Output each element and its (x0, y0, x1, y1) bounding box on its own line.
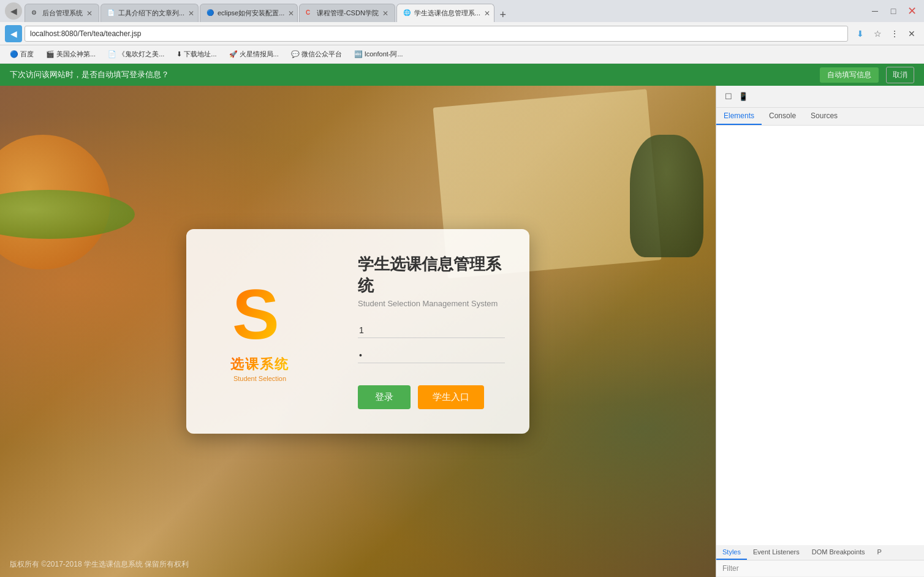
download-icon-button[interactable]: ⬇ (853, 26, 868, 41)
tab-5[interactable]: 🌐 学生选课信息管理系... ✕ (396, 4, 494, 22)
logo-s-graphic: S (229, 281, 290, 348)
tab-label-2: 工具介绍下的文章列... (118, 9, 184, 18)
bookmark-3[interactable]: 📄 《鬼吹灯之美... (103, 48, 169, 60)
tab-favicon-2: 📄 (107, 9, 116, 18)
title-bar: ◀ ⚙ 后台管理系统 ✕ 📄 工具介绍下的文章列... ✕ 🔵 eclipse如… (0, 0, 924, 22)
settings-button[interactable]: ⋮ (887, 26, 902, 41)
tab-close-5[interactable]: ✕ (484, 9, 490, 18)
devtools-tab-elements[interactable]: Elements (716, 108, 762, 125)
devtools-panel: ☐ 📱 Elements Console Sources Styles Even… (716, 86, 924, 577)
tab-close-3[interactable]: ✕ (288, 9, 294, 18)
page-content: S 选课系统 Student Selection 学生选课信息管理系统 Stud… (0, 86, 716, 577)
username-field (358, 323, 505, 338)
login-form-section: 学生选课信息管理系统 Student Selection Management … (358, 254, 505, 409)
bg-plant-decoration (630, 135, 703, 257)
bookmark-label-3: 《鬼吹灯之美... (118, 50, 164, 59)
bookmarks-bar: 🔵 百度 🎬 美国众神第... 📄 《鬼吹灯之美... ⬇ 下载地址... 🚀 … (0, 45, 924, 64)
bookmark-label-5: 火星情报局... (240, 50, 279, 59)
login-logo-section: S 选课系统 Student Selection (211, 254, 309, 409)
logo-english-text: Student Selection (233, 375, 286, 382)
autofill-bar: 下次访问该网站时，是否自动填写登录信息？ 自动填写信息 取消 (0, 64, 924, 86)
bookmark-icon-5: 🚀 (229, 50, 238, 58)
password-input[interactable] (358, 348, 505, 363)
footer-text: 版权所有 ©2017-2018 学生选课信息系统 保留所有权利 (10, 560, 189, 568)
system-title-chinese: 学生选课信息管理系统 (358, 254, 505, 296)
tab-close-1[interactable]: ✕ (86, 9, 93, 18)
devtools-bottom-tab-dom[interactable]: DOM Breakpoints (806, 545, 871, 560)
bookmark-label-7: Iconfont-阿... (365, 50, 403, 59)
url-input[interactable] (25, 26, 848, 42)
address-bar: ◀ ⬇ ☆ ⋮ ✕ (0, 22, 924, 45)
bookmark-label-2: 美国众神第... (56, 50, 96, 59)
tab-2[interactable]: 📄 工具介绍下的文章列... ✕ (100, 4, 199, 22)
devtools-tab-sources[interactable]: Sources (803, 108, 845, 125)
tab-label-5: 学生选课信息管理系... (414, 9, 480, 18)
system-title-english: Student Selection Management System (358, 299, 505, 308)
devtools-bottom-tab-styles[interactable]: Styles (716, 545, 747, 560)
tabs-area: ⚙ 后台管理系统 ✕ 📄 工具介绍下的文章列... ✕ 🔵 eclipse如何安… (25, 0, 868, 22)
login-card: S 选课系统 Student Selection 学生选课信息管理系统 Stud… (186, 229, 529, 434)
autofill-no-button[interactable]: 取消 (886, 67, 914, 83)
tab-4[interactable]: C 课程管理-CSDN学院 ✕ (299, 4, 395, 22)
tab-close-2[interactable]: ✕ (188, 9, 194, 18)
devtools-filter-label: Filter (722, 564, 739, 573)
bookmark-icon-3: 📄 (108, 50, 116, 58)
bookmark-label-6: 微信公众平台 (301, 50, 342, 59)
bookmark-icon-4: ⬇ (176, 50, 182, 58)
login-button-group: 登录 学生入口 (358, 385, 505, 409)
tab-label-1: 后台管理系统 (42, 9, 83, 18)
window-minimize-button[interactable]: ─ (868, 4, 882, 18)
tab-favicon-1: ⚙ (31, 9, 40, 18)
bookmark-star-button[interactable]: ☆ (870, 26, 885, 41)
password-field (358, 348, 505, 363)
main-area: S 选课系统 Student Selection 学生选课信息管理系统 Stud… (0, 86, 924, 577)
devtools-body (716, 126, 924, 545)
window-close-button[interactable]: ✕ (904, 4, 919, 18)
devtools-header: ☐ 📱 (716, 86, 924, 108)
bookmark-icon-baidu: 🔵 (10, 50, 18, 58)
toolbar-icons: ⬇ ☆ ⋮ ✕ (853, 26, 919, 41)
devtools-tab-console[interactable]: Console (762, 108, 803, 125)
new-tab-button[interactable]: + (496, 7, 510, 22)
close-button[interactable]: ✕ (904, 26, 919, 41)
autofill-message: 下次访问该网站时，是否自动填写登录信息？ (10, 69, 812, 80)
tab-favicon-4: C (306, 9, 314, 18)
tab-favicon-3: 🔵 (206, 9, 215, 18)
bookmark-label-4: 下载地址... (184, 50, 216, 59)
devtools-device-button[interactable]: 📱 (736, 89, 751, 104)
bookmark-icon-7: 🔤 (354, 50, 363, 58)
devtools-bottom-tab-events[interactable]: Event Listeners (747, 545, 806, 560)
tab-1[interactable]: ⚙ 后台管理系统 ✕ (25, 4, 99, 22)
devtools-bottom-tab-p[interactable]: P (871, 545, 888, 560)
student-entry-button[interactable]: 学生入口 (418, 385, 484, 409)
tab-label-3: eclipse如何安装配置... (218, 9, 284, 18)
login-button[interactable]: 登录 (358, 385, 411, 409)
bookmark-2[interactable]: 🎬 美国众神第... (41, 48, 100, 60)
nav-back-button[interactable]: ◀ (5, 25, 22, 42)
tab-label-4: 课程管理-CSDN学院 (317, 9, 379, 18)
autofill-yes-button[interactable]: 自动填写信息 (820, 67, 879, 83)
bookmark-5[interactable]: 🚀 火星情报局... (224, 48, 284, 60)
browser-back-button[interactable]: ◀ (5, 2, 22, 20)
bookmark-4[interactable]: ⬇ 下载地址... (172, 48, 221, 60)
svg-text:S: S (232, 281, 279, 348)
devtools-inspect-button[interactable]: ☐ (721, 89, 736, 104)
bookmark-icon-2: 🎬 (46, 50, 55, 58)
logo-chinese-text: 选课系统 (230, 355, 289, 374)
window-controls: ─ □ ✕ (868, 4, 919, 18)
devtools-bottom-tabs: Styles Event Listeners DOM Breakpoints P (716, 545, 924, 560)
bookmark-baidu[interactable]: 🔵 百度 (5, 48, 39, 60)
bookmark-icon-6: 💬 (291, 50, 300, 58)
bookmark-7[interactable]: 🔤 Iconfont-阿... (349, 48, 408, 60)
devtools-tabs: Elements Console Sources (716, 108, 924, 126)
username-input[interactable] (358, 323, 505, 338)
tab-favicon-5: 🌐 (403, 9, 412, 18)
bookmark-6[interactable]: 💬 微信公众平台 (286, 48, 347, 60)
devtools-filter-row: Filter (716, 560, 924, 577)
page-footer: 版权所有 ©2017-2018 学生选课信息系统 保留所有权利 (10, 559, 189, 570)
window-restore-button[interactable]: □ (886, 4, 901, 18)
tab-3[interactable]: 🔵 eclipse如何安装配置... ✕ (200, 4, 298, 22)
bookmark-label-baidu: 百度 (20, 50, 34, 59)
tab-close-4[interactable]: ✕ (382, 9, 388, 18)
